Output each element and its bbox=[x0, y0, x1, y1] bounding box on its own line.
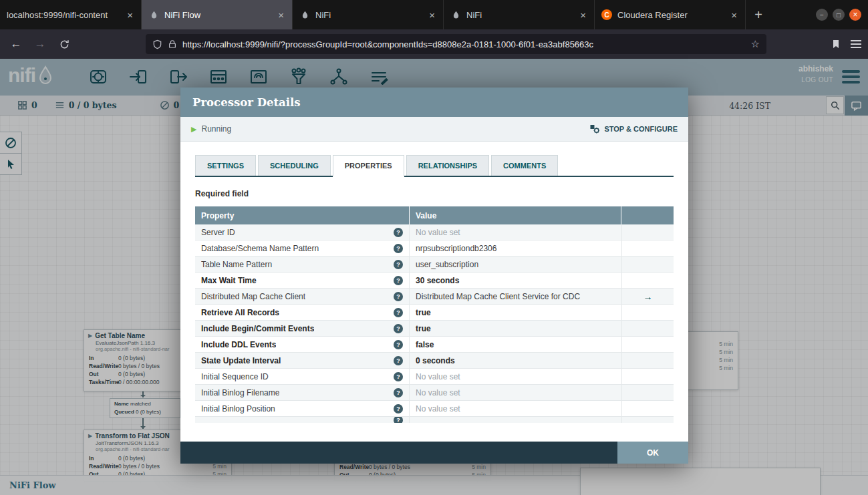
goto-service-cell bbox=[621, 401, 674, 416]
screen: localhost:9999/nifi-content×NiFi Flow×Ni… bbox=[0, 0, 868, 495]
property-value-cell[interactable]: Distributed Map Cache Client Service for… bbox=[409, 289, 621, 304]
tab-close-icon[interactable]: × bbox=[126, 9, 134, 21]
property-value-cell[interactable]: No value set bbox=[409, 224, 621, 240]
forward-button[interactable]: → bbox=[31, 35, 49, 53]
tab-close-icon[interactable]: × bbox=[579, 9, 587, 21]
help-icon[interactable]: ? bbox=[394, 276, 403, 285]
goto-service-cell bbox=[621, 321, 674, 336]
tab-comments[interactable]: COMMENTS bbox=[491, 155, 558, 176]
property-row[interactable]: Server ID?No value set bbox=[195, 224, 674, 240]
goto-service-cell bbox=[621, 273, 674, 288]
property-value-cell[interactable]: nrpsubscriptiondb2306 bbox=[409, 240, 621, 256]
required-field-label: Required field bbox=[195, 189, 674, 198]
goto-service-cell[interactable]: → bbox=[621, 289, 674, 304]
back-button[interactable]: ← bbox=[7, 35, 25, 53]
refresh-button[interactable] bbox=[55, 35, 74, 53]
property-row-clipped: ? bbox=[195, 417, 674, 423]
nifi-favicon bbox=[299, 9, 310, 20]
url-bar[interactable]: https://localhost:9999/nifi/?processGrou… bbox=[146, 34, 766, 54]
tab-close-icon[interactable]: × bbox=[730, 9, 738, 21]
goto-service-cell bbox=[621, 353, 674, 368]
browser-menu-icon[interactable] bbox=[851, 40, 861, 48]
property-value-cell[interactable]: No value set bbox=[409, 385, 621, 400]
help-icon[interactable]: ? bbox=[394, 308, 403, 317]
tab-title: Cloudera Register bbox=[617, 10, 724, 20]
property-row[interactable]: Initial Binlog Position?No value set bbox=[195, 401, 674, 417]
help-icon[interactable]: ? bbox=[394, 404, 403, 414]
dialog-title: Processor Details bbox=[192, 96, 301, 109]
window-controls: − □ × bbox=[816, 0, 868, 29]
property-name-cell: Server ID? bbox=[195, 224, 409, 240]
stop-and-configure-button[interactable]: STOP & CONFIGURE bbox=[590, 124, 678, 134]
property-value-cell[interactable]: No value set bbox=[409, 369, 621, 384]
goto-service-arrow[interactable]: → bbox=[643, 291, 653, 302]
property-name-cell: Distributed Map Cache Client? bbox=[195, 289, 409, 304]
help-icon[interactable]: ? bbox=[394, 340, 403, 349]
tab-close-icon[interactable]: × bbox=[277, 9, 285, 21]
browser-tabs: localhost:9999/nifi-content×NiFi Flow×Ni… bbox=[0, 0, 746, 29]
property-value-cell[interactable]: true bbox=[409, 321, 621, 336]
property-row[interactable]: Include DDL Events?false bbox=[195, 337, 674, 353]
property-name-cell: Table Name Pattern? bbox=[195, 257, 409, 272]
property-value-cell[interactable]: No value set bbox=[409, 401, 621, 416]
new-tab-button[interactable]: + bbox=[746, 0, 771, 29]
help-icon[interactable]: ? bbox=[394, 372, 403, 381]
help-icon[interactable]: ? bbox=[394, 244, 403, 253]
property-value-cell[interactable]: 0 seconds bbox=[409, 353, 621, 368]
tab-relationships[interactable]: RELATIONSHIPS bbox=[406, 155, 489, 176]
property-row[interactable]: State Update Interval?0 seconds bbox=[195, 353, 674, 369]
stop-configure-label: STOP & CONFIGURE bbox=[604, 125, 678, 133]
goto-service-cell bbox=[621, 369, 674, 384]
maximize-button[interactable]: □ bbox=[833, 9, 845, 21]
browser-tab[interactable]: CCloudera Register× bbox=[595, 0, 746, 29]
property-row[interactable]: Database/Schema Name Pattern?nrpsubscrip… bbox=[195, 240, 674, 257]
property-name-cell: Retrieve All Records? bbox=[195, 305, 409, 320]
close-window-button[interactable]: × bbox=[849, 9, 861, 21]
property-value-cell[interactable]: 30 seconds bbox=[409, 273, 621, 288]
browser-tab[interactable]: NiFi× bbox=[444, 0, 595, 29]
url-text: https://localhost:9999/nifi/?processGrou… bbox=[182, 39, 746, 49]
help-icon[interactable]: ? bbox=[394, 388, 403, 397]
help-icon[interactable]: ? bbox=[394, 356, 403, 365]
property-column-header: Property bbox=[195, 206, 409, 224]
properties-table-body: Server ID?No value setDatabase/Schema Na… bbox=[195, 224, 674, 417]
run-status-label: Running bbox=[201, 124, 231, 134]
tab-close-icon[interactable]: × bbox=[428, 9, 436, 21]
help-icon[interactable]: ? bbox=[394, 292, 403, 301]
dialog-status-row: ▶ Running STOP & CONFIGURE bbox=[180, 117, 688, 142]
goto-service-cell bbox=[621, 257, 674, 272]
ok-button[interactable]: OK bbox=[617, 442, 688, 464]
property-row[interactable]: Distributed Map Cache Client?Distributed… bbox=[195, 289, 674, 305]
browser-tab[interactable]: NiFi Flow× bbox=[142, 0, 293, 29]
minimize-button[interactable]: − bbox=[816, 9, 828, 21]
property-row[interactable]: Max Wait Time?30 seconds bbox=[195, 273, 674, 289]
property-row[interactable]: Retrieve All Records?true bbox=[195, 305, 674, 321]
value-column-header: Value bbox=[410, 206, 621, 224]
help-icon[interactable]: ? bbox=[394, 324, 403, 333]
tab-scheduling[interactable]: SCHEDULING bbox=[258, 155, 331, 176]
dialog-header: Processor Details bbox=[180, 88, 688, 117]
property-name-cell: Initial Binlog Position? bbox=[195, 401, 409, 416]
properties-table-header: Property Value bbox=[195, 206, 674, 224]
property-name-cell: Database/Schema Name Pattern? bbox=[195, 240, 409, 256]
property-row[interactable]: Include Begin/Commit Events?true bbox=[195, 321, 674, 337]
property-value-cell[interactable]: true bbox=[409, 305, 621, 320]
property-row[interactable]: Table Name Pattern?user_subscription bbox=[195, 257, 674, 273]
bookmark-star-icon[interactable]: ☆ bbox=[751, 38, 760, 50]
property-row[interactable]: Initial Binlog Filename?No value set bbox=[195, 385, 674, 401]
help-icon[interactable]: ? bbox=[394, 228, 403, 237]
property-row[interactable]: Initial Sequence ID?No value set bbox=[195, 369, 674, 385]
property-value-cell[interactable]: false bbox=[409, 337, 621, 352]
shield-icon[interactable] bbox=[152, 39, 162, 49]
pocket-icon[interactable] bbox=[831, 39, 841, 49]
tab-settings[interactable]: SETTINGS bbox=[195, 155, 256, 176]
property-value-cell[interactable]: user_subscription bbox=[409, 257, 621, 272]
property-name-cell: State Update Interval? bbox=[195, 353, 409, 368]
browser-tab[interactable]: localhost:9999/nifi-content× bbox=[0, 0, 142, 29]
tab-properties[interactable]: PROPERTIES bbox=[333, 155, 404, 177]
browser-tab[interactable]: NiFi× bbox=[293, 0, 444, 29]
help-icon[interactable]: ? bbox=[394, 260, 403, 269]
goto-service-cell bbox=[621, 240, 674, 256]
goto-service-cell bbox=[621, 385, 674, 400]
tab-title: NiFi bbox=[315, 10, 422, 20]
